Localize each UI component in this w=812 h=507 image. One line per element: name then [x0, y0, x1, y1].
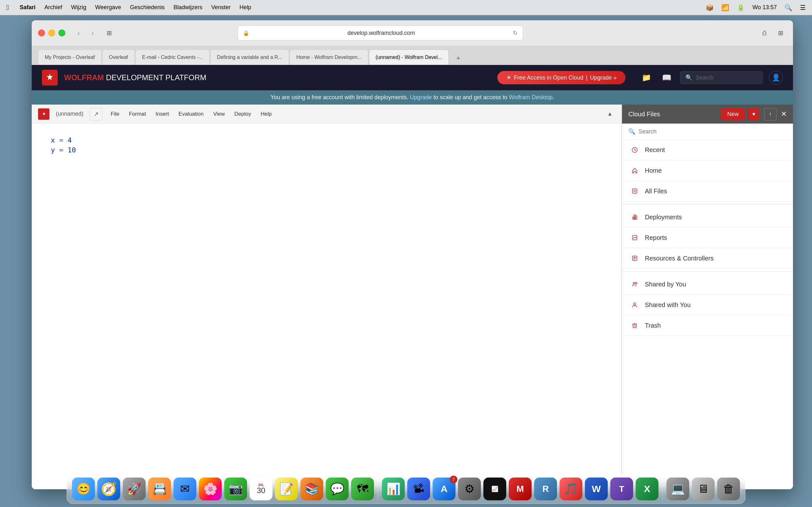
tab-1[interactable]: Overleaf: [102, 49, 135, 65]
menu-insert[interactable]: Insert: [151, 109, 173, 119]
dock-keynote[interactable]: 📽: [407, 477, 430, 500]
menu-archief[interactable]: Archief: [44, 4, 62, 11]
share-button[interactable]: ⎙: [759, 27, 770, 39]
menu-view[interactable]: View: [209, 109, 229, 119]
maximize-button[interactable]: [58, 30, 65, 37]
resources-icon: [629, 253, 640, 263]
new-file-button[interactable]: New: [721, 108, 745, 120]
new-tab-button[interactable]: +: [452, 52, 465, 65]
folder-icon-btn[interactable]: 📁: [640, 71, 653, 84]
export-button[interactable]: ↗: [90, 108, 102, 120]
dock-activity[interactable]: 📈: [484, 477, 506, 500]
dock-messages[interactable]: 💬: [326, 477, 349, 500]
val-4: 4: [67, 136, 72, 144]
upload-button[interactable]: ↑: [764, 108, 776, 120]
search-icon: 🔍: [686, 74, 693, 81]
dock-contacts[interactable]: 📇: [148, 477, 171, 500]
notebook-file-icon: ✦: [38, 108, 49, 120]
wolfram-desktop-link[interactable]: Wolfram Desktop: [509, 94, 553, 101]
url-text[interactable]: develop.wolframcloud.com: [252, 30, 510, 37]
add-tab-button[interactable]: ⊞: [775, 27, 786, 39]
menu-deploy[interactable]: Deploy: [230, 109, 256, 119]
app-name[interactable]: Safari: [20, 4, 36, 11]
dock-matlab[interactable]: M: [509, 477, 531, 500]
book-icon-btn[interactable]: 📖: [660, 71, 674, 84]
sidebar-toggle[interactable]: ⊞: [103, 27, 115, 39]
forward-button[interactable]: ›: [87, 27, 98, 39]
panel-search-input[interactable]: [639, 128, 786, 135]
menu-file[interactable]: File: [106, 109, 124, 119]
notifications-icon[interactable]: ☰: [800, 4, 806, 11]
menu-geschiedenis[interactable]: Geschiedenis: [130, 4, 165, 11]
nav-item-reports[interactable]: Reports: [622, 228, 793, 248]
close-panel-button[interactable]: ✕: [781, 110, 786, 118]
nav-item-deployments[interactable]: Deployments: [622, 207, 793, 228]
menu-bladwijzers[interactable]: Bladwijzers: [173, 4, 202, 11]
dock-calendar[interactable]: JUL30: [250, 477, 272, 500]
nav-item-resources[interactable]: Resources & Controllers: [622, 248, 793, 269]
wifi-icon: 📶: [721, 4, 729, 11]
user-account-button[interactable]: 👤: [769, 71, 783, 84]
address-bar[interactable]: 🔒 develop.wolframcloud.com ↻: [238, 25, 523, 41]
dock-mail[interactable]: ✉: [173, 477, 196, 500]
banner-full: You are using a free account with limite…: [270, 94, 554, 101]
menu-venster[interactable]: Venster: [211, 4, 231, 11]
dock-appstore[interactable]: A 7: [433, 477, 455, 500]
header-search[interactable]: 🔍 Search: [680, 71, 763, 84]
dock-word[interactable]: W: [585, 477, 608, 500]
dock-finder2[interactable]: 💻: [666, 477, 689, 500]
menu-help[interactable]: Help: [240, 4, 251, 11]
tab-4[interactable]: Home - Wolfram Developm...: [290, 49, 368, 65]
notebook-content[interactable]: x = 4 y = 10: [32, 124, 621, 489]
nav-item-home[interactable]: Home: [622, 160, 793, 181]
apple-menu[interactable]: : [6, 3, 9, 12]
dock-photos[interactable]: 🌸: [199, 477, 222, 500]
wolfram-brand: WOLFRAM: [64, 73, 104, 82]
nav-item-all-files[interactable]: All Files: [622, 181, 793, 202]
nav-separator-2: [622, 271, 793, 272]
dock-music[interactable]: 🎵: [560, 477, 582, 500]
tab-3[interactable]: Defining a variable and a R...: [210, 49, 289, 65]
menu-weergave[interactable]: Weergave: [95, 4, 121, 11]
dock-notes[interactable]: 📝: [275, 477, 298, 500]
nav-item-shared-with-you[interactable]: Shared with You: [622, 295, 793, 315]
dock-safari[interactable]: 🧭: [97, 477, 120, 500]
dock-latex[interactable]: T: [610, 477, 633, 500]
open-cloud-button[interactable]: ☀ Free Access in Open Cloud | Upgrade »: [497, 71, 625, 84]
dock-rstudio[interactable]: R: [534, 477, 557, 500]
back-button[interactable]: ‹: [73, 27, 84, 39]
spotlight-icon[interactable]: 🔍: [784, 4, 792, 11]
dock-facetime[interactable]: 📷: [224, 477, 247, 500]
menu-evaluation[interactable]: Evaluation: [174, 109, 208, 119]
reload-button[interactable]: ↻: [513, 30, 518, 37]
dock-finder3[interactable]: 🖥: [692, 477, 715, 500]
shared-with-you-label: Shared with You: [645, 301, 691, 308]
nav-item-shared-by-you[interactable]: Shared by You: [622, 274, 793, 295]
dock-excel[interactable]: X: [636, 477, 658, 500]
upgrade-link[interactable]: Upgrade: [410, 94, 432, 101]
menu-format[interactable]: Format: [124, 109, 150, 119]
dock-finder[interactable]: 😊: [72, 477, 95, 500]
tab-0[interactable]: My Projects - Overleaf: [38, 49, 101, 65]
dock-sysprefs[interactable]: ⚙: [458, 477, 481, 500]
nav-item-trash[interactable]: Trash: [622, 315, 793, 336]
new-dropdown-button[interactable]: ▾: [748, 108, 759, 120]
dock-ibooks[interactable]: 📚: [300, 477, 323, 500]
wolfram-title: WOLFRAM DEVELOPMENT PLATFORM: [64, 73, 206, 82]
dock-trash[interactable]: 🗑: [717, 477, 740, 500]
menu-help[interactable]: Help: [256, 109, 276, 119]
wolfram-logo: [42, 70, 58, 86]
menu-wijzig[interactable]: Wijzig: [71, 4, 86, 11]
dock-numbers[interactable]: 📊: [382, 477, 405, 500]
var-y: y: [51, 146, 55, 154]
close-button[interactable]: [38, 30, 45, 37]
tab-2[interactable]: E-mail - Cedric Cavents -...: [136, 49, 210, 65]
main-area: ✦ (unnamed) ↗ File Format Insert Evaluat…: [32, 105, 793, 489]
nav-item-recent[interactable]: Recent: [622, 140, 793, 160]
collapse-button[interactable]: ▲: [605, 109, 615, 119]
tab-5-active[interactable]: (unnamed) - Wolfram Devel...: [369, 49, 449, 65]
dock-rocket[interactable]: 🚀: [123, 477, 146, 500]
dock-maps[interactable]: 🗺: [351, 477, 374, 500]
browser-titlebar: ‹ › ⊞ 🔒 develop.wolframcloud.com ↻ ⎙ ⊞: [32, 20, 793, 46]
minimize-button[interactable]: [48, 30, 55, 37]
